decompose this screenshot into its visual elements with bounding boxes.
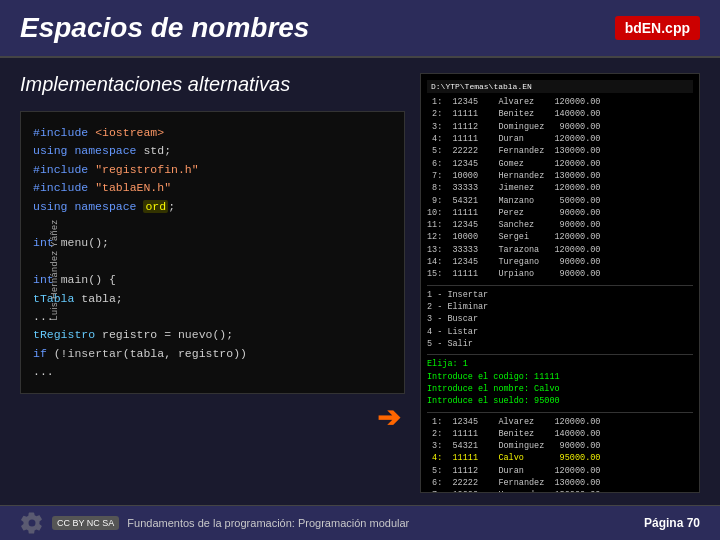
footer-text: Fundamentos de la programación: Programa… xyxy=(127,517,409,529)
term-prompt-4: Introduce el sueldo: 95000 xyxy=(427,395,693,407)
license-badge: CC BY NC SA xyxy=(52,516,119,530)
term-prompt-3: Introduce el nombre: Calvo xyxy=(427,383,693,395)
term-prompt-2: Introduce el codigo: 11111 xyxy=(427,371,693,383)
term-row-8: 8: 33333 Jimenez 120000.00 xyxy=(427,182,693,194)
code-line-5: using namespace ord; xyxy=(33,198,392,216)
term-menu-2: 2 - Eliminar xyxy=(427,301,693,313)
code-block: #include <iostream> using namespace std;… xyxy=(20,111,405,394)
term-res-5: 5: 11112 Duran 120000.00 xyxy=(427,465,693,477)
code-line-3: #include "registrofin.h" xyxy=(33,161,392,179)
code-line-4: #include "tablaEN.h" xyxy=(33,179,392,197)
code-line-1: #include <iostream> xyxy=(33,124,392,142)
term-row-7: 7: 10000 Hernandez 130000.00 xyxy=(427,170,693,182)
main-content: Implementaciones alternativas #include <… xyxy=(0,58,720,508)
term-prompt-1: Elija: 1 xyxy=(427,358,693,370)
term-res-3: 3: 54321 Dominguez 90000.00 xyxy=(427,440,693,452)
term-menu-1: 1 - Insertar xyxy=(427,289,693,301)
author-label: Luis Hernández Yáñez xyxy=(49,220,59,321)
term-row-2: 2: 11111 Benitez 140000.00 xyxy=(427,108,693,120)
term-res-4: 4: 11111 Calvo 95000.00 xyxy=(427,452,693,464)
term-row-5: 5: 22222 Fernandez 130000.00 xyxy=(427,145,693,157)
term-prompt-section: Elija: 1 Introduce el codigo: 11111 Intr… xyxy=(427,354,693,407)
code-line-6: int menu(); xyxy=(33,234,392,252)
gear-icon xyxy=(20,511,44,535)
code-line-12: ... xyxy=(33,363,392,381)
term-row-10: 10: 11111 Perez 90000.00 xyxy=(427,207,693,219)
left-panel: Implementaciones alternativas #include <… xyxy=(20,73,405,493)
arrow-icon: ➔ xyxy=(377,401,400,434)
term-row-6: 6: 12345 Gomez 120000.00 xyxy=(427,158,693,170)
term-menu-3: 3 - Buscar xyxy=(427,313,693,325)
term-result-section: 1: 12345 Alvarez 120000.00 2: 11111 Beni… xyxy=(427,412,693,494)
term-row-13: 13: 33333 Tarazona 120000.00 xyxy=(427,244,693,256)
term-res-1: 1: 12345 Alvarez 120000.00 xyxy=(427,416,693,428)
term-row-3: 3: 11112 Dominguez 90000.00 xyxy=(427,121,693,133)
term-menu-5: 5 - Salir xyxy=(427,338,693,350)
code-line-7: int main() { xyxy=(33,271,392,289)
term-res-2: 2: 11111 Benitez 140000.00 xyxy=(427,428,693,440)
terminal-panel: D:\YTP\Temas\tabla.EN 1: 12345 Alvarez 1… xyxy=(420,73,700,493)
code-line-8: tTabla tabla; xyxy=(33,290,392,308)
file-badge: bdEN.cpp xyxy=(615,16,700,40)
code-line-9: ... xyxy=(33,308,392,326)
header: Espacios de nombres bdEN.cpp xyxy=(0,0,720,58)
terminal-header: D:\YTP\Temas\tabla.EN xyxy=(427,80,693,93)
term-row-11: 11: 12345 Sanchez 90000.00 xyxy=(427,219,693,231)
code-line-10: tRegistro registro = nuevo(); xyxy=(33,326,392,344)
section-subtitle: Implementaciones alternativas xyxy=(20,73,405,96)
code-line-11: if (!insertar(tabla, registro)) xyxy=(33,345,392,363)
footer: CC BY NC SA Fundamentos de la programaci… xyxy=(0,505,720,540)
footer-page: Página 70 xyxy=(644,516,700,530)
term-row-14: 14: 12345 Turegano 90000.00 xyxy=(427,256,693,268)
term-row-12: 12: 10000 Sergei 120000.00 xyxy=(427,231,693,243)
term-res-7: 7: 10000 Hernandez 130000.00 xyxy=(427,489,693,493)
term-row-15: 15: 11111 Urpiano 90000.00 xyxy=(427,268,693,280)
term-row-4: 4: 11111 Duran 120000.00 xyxy=(427,133,693,145)
term-res-6: 6: 22222 Fernandez 130000.00 xyxy=(427,477,693,489)
arrow-container: ➔ xyxy=(20,401,405,434)
term-row-1: 1: 12345 Alvarez 120000.00 xyxy=(427,96,693,108)
term-row-9: 9: 54321 Manzano 50000.00 xyxy=(427,195,693,207)
term-menu-4: 4 - Listar xyxy=(427,326,693,338)
footer-left: CC BY NC SA Fundamentos de la programaci… xyxy=(20,511,409,535)
page-title: Espacios de nombres xyxy=(20,12,309,44)
term-menu-section: 1 - Insertar 2 - Eliminar 3 - Buscar 4 -… xyxy=(427,285,693,351)
code-line-2: using namespace std; xyxy=(33,142,392,160)
